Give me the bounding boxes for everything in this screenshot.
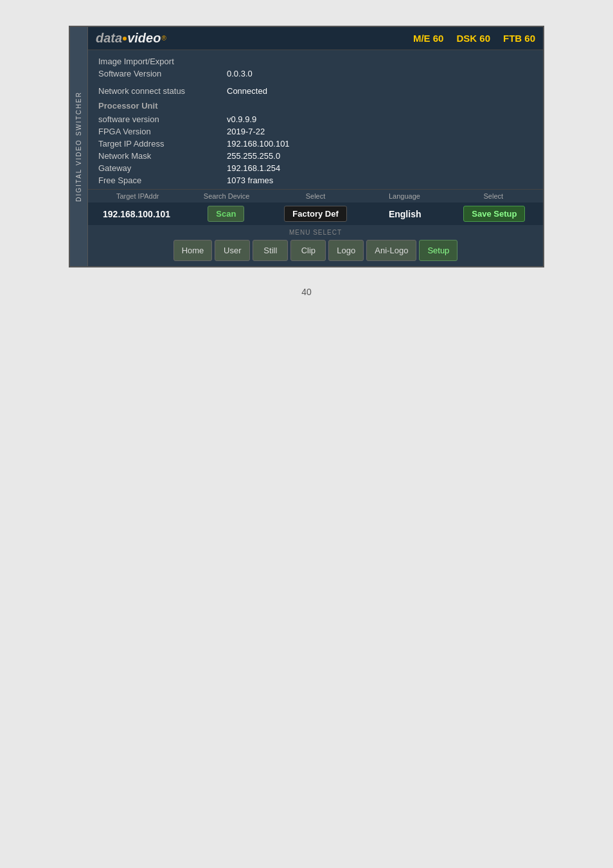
menu-setup-button[interactable]: Setup (419, 240, 458, 261)
freespace-value: 1073 frames (227, 176, 273, 185)
sidebar-text: DIGITAL VIDEO SWITCHER (75, 91, 82, 202)
menu-home-button[interactable]: Home (173, 240, 213, 261)
sw-version-value: v0.9.9.9 (227, 114, 256, 124)
action-language-value: English (389, 209, 422, 219)
bar-search-device: Search Device (182, 192, 271, 200)
target-ip-value: 192.168.100.101 (227, 139, 290, 149)
bar-target-ipaddr: Target IPAddr (93, 192, 182, 200)
network-status-label: Network connect status (98, 86, 227, 96)
action-ip-value: 192.168.100.101 (103, 209, 170, 219)
menu-clip-button[interactable]: Clip (290, 240, 326, 261)
target-ip-label: Target IP Address (98, 139, 227, 149)
menu-still-button[interactable]: Still (253, 240, 288, 261)
gateway-value: 192.168.1.254 (227, 163, 280, 173)
image-import-label: Image Import/Export (98, 57, 227, 66)
bar-language: Language (360, 192, 449, 200)
logo-ata: ata (103, 31, 122, 46)
netmask-label: Network Mask (98, 151, 227, 161)
sw-version-row: software version v0.9.9.9 (98, 113, 533, 125)
main-container: DIGITAL VIDEO SWITCHER d ata v ideo ® M/… (69, 26, 544, 267)
action-scan-cell: Scan (182, 206, 269, 222)
action-row: 192.168.100.101 Scan Factory Def English… (88, 203, 543, 225)
netmask-row: Network Mask 255.255.255.0 (98, 150, 533, 162)
fpga-label: FPGA Version (98, 127, 227, 136)
logo-registered: ® (161, 35, 166, 42)
menu-ani-logo-button[interactable]: Ani-Logo (366, 240, 416, 261)
gateway-row: Gateway 192.168.1.254 (98, 162, 533, 174)
content-area: d ata v ideo ® M/E 60 DSK 60 FTB 60 Imag… (88, 27, 543, 266)
fpga-row: FPGA Version 2019-7-22 (98, 125, 533, 138)
sidebar-label: DIGITAL VIDEO SWITCHER (70, 27, 88, 266)
target-ip-row: Target IP Address 192.168.100.101 (98, 138, 533, 150)
network-status-row: Network connect status Connected (98, 85, 533, 97)
factory-def-button[interactable]: Factory Def (284, 206, 347, 222)
menu-logo-button[interactable]: Logo (328, 240, 364, 261)
bar-select-2: Select (449, 192, 538, 200)
menu-select-label: MENU SELECT (93, 229, 538, 236)
netmask-value: 255.255.255.0 (227, 151, 280, 161)
tab-dsk60[interactable]: DSK 60 (456, 33, 490, 44)
page-wrapper: DIGITAL VIDEO SWITCHER d ata v ideo ® M/… (13, 26, 600, 297)
action-factory-cell: Factory Def (272, 206, 359, 222)
action-ip-cell: 192.168.100.101 (93, 208, 180, 220)
logo-d: d (96, 31, 103, 46)
action-language-cell: English (362, 208, 449, 220)
header-tabs: M/E 60 DSK 60 FTB 60 (413, 33, 535, 44)
fpga-value: 2019-7-22 (227, 127, 265, 136)
bottom-bar: Target IPAddr Search Device Select Langu… (88, 189, 543, 203)
logo-dot-icon (123, 37, 127, 41)
gap1 (98, 80, 533, 85)
scan-button[interactable]: Scan (208, 206, 244, 222)
save-setup-button[interactable]: Save Setup (463, 206, 525, 222)
software-version-label: Software Version (98, 69, 227, 78)
software-version-row: Software Version 0.0.3.0 (98, 68, 533, 80)
sw-version-label: software version (98, 114, 227, 124)
info-panel: Image Import/Export Software Version 0.0… (88, 50, 543, 189)
processor-unit-row: Processor Unit (98, 97, 533, 113)
gateway-label: Gateway (98, 163, 227, 173)
logo-ideo: ideo (134, 31, 161, 46)
freespace-label: Free Space (98, 176, 227, 185)
action-save-cell: Save Setup (451, 206, 538, 222)
network-status-value: Connected (227, 86, 267, 96)
page-number: 40 (301, 287, 312, 297)
freespace-row: Free Space 1073 frames (98, 174, 533, 186)
header: d ata v ideo ® M/E 60 DSK 60 FTB 60 (88, 27, 543, 50)
tab-ftb60[interactable]: FTB 60 (503, 33, 535, 44)
logo: d ata v ideo ® (96, 31, 166, 46)
menu-area: MENU SELECT Home User Still Clip Logo An… (88, 225, 543, 266)
menu-user-button[interactable]: User (215, 240, 250, 261)
tab-me60[interactable]: M/E 60 (413, 33, 444, 44)
menu-buttons: Home User Still Clip Logo Ani-Logo Setup (93, 240, 538, 261)
logo-v: v (127, 31, 134, 46)
image-import-row: Image Import/Export (98, 55, 533, 68)
processor-unit-label: Processor Unit (98, 98, 227, 112)
bar-select-1: Select (271, 192, 360, 200)
software-version-value: 0.0.3.0 (227, 69, 253, 78)
